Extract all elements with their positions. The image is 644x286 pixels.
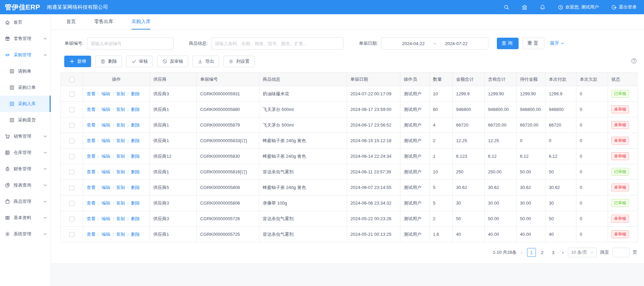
delete-button[interactable]: 删除 [95, 56, 122, 67]
edit-link[interactable]: 编辑 [101, 122, 110, 128]
sidebar-item-finance-mgmt[interactable]: 财务管理 [0, 161, 51, 177]
tab-retail-outbound[interactable]: 零售出库 [94, 14, 113, 30]
sidebar-item-warehouse-mgmt[interactable]: 仓库管理 [0, 145, 51, 161]
edit-link[interactable]: 编辑 [101, 154, 110, 159]
add-button[interactable]: 新增 [64, 56, 91, 67]
welcome-user[interactable]: 欢迎您, 测试用户 [558, 4, 599, 10]
page-number-1[interactable]: 1 [527, 248, 536, 257]
sidebar-item-product-mgmt[interactable]: 商品管理 [0, 193, 51, 210]
sidebar-item-purchase-order[interactable]: 采购订单 [0, 79, 51, 96]
copy-link[interactable]: 复制 [116, 91, 125, 96]
page-size-select[interactable]: 10 条/页 [568, 248, 597, 257]
date-to-value[interactable]: 2024-07-22 [445, 41, 468, 46]
view-link[interactable]: 查看 [87, 201, 95, 206]
copy-link[interactable]: 复制 [116, 169, 125, 174]
row-checkbox[interactable] [69, 201, 74, 206]
row-checkbox[interactable] [69, 138, 74, 144]
help-icon[interactable] [631, 58, 637, 65]
copy-link[interactable]: 复制 [116, 122, 125, 128]
cell-amount: 30.62 [453, 180, 485, 195]
bell-icon[interactable] [540, 4, 545, 10]
delete-link[interactable]: 删除 [131, 169, 140, 174]
copy-link[interactable]: 复制 [116, 201, 125, 206]
edit-link[interactable]: 编辑 [101, 91, 110, 96]
row-checkbox[interactable] [69, 154, 74, 159]
export-button[interactable]: 导出 [192, 56, 219, 67]
chevron-down-icon [43, 232, 47, 236]
view-link[interactable]: 查看 [87, 169, 95, 174]
delete-link[interactable]: 删除 [131, 216, 140, 221]
edit-link[interactable]: 编辑 [101, 232, 110, 237]
copy-link[interactable]: 复制 [116, 185, 125, 190]
delete-link[interactable]: 删除 [131, 122, 140, 128]
view-link[interactable]: 查看 [87, 107, 95, 112]
edit-link[interactable]: 编辑 [101, 107, 110, 112]
delete-link[interactable]: 删除 [131, 232, 140, 237]
view-link[interactable]: 查看 [87, 232, 95, 237]
copy-link[interactable]: 复制 [116, 107, 125, 112]
sidebar-item-retail-mgmt[interactable]: 零售管理 [0, 31, 51, 47]
next-page-arrow[interactable]: › [561, 250, 565, 255]
row-checkbox[interactable] [69, 185, 74, 190]
edit-link[interactable]: 编辑 [101, 169, 110, 174]
expand-link[interactable]: 展开 [550, 40, 564, 46]
sidebar-item-report-query[interactable]: 报表查询 [0, 177, 51, 193]
row-checkbox[interactable] [69, 123, 74, 128]
delete-link[interactable]: 删除 [131, 107, 140, 112]
jump-page-input[interactable] [612, 248, 629, 257]
logout-button[interactable]: 退出登录 [611, 4, 637, 10]
sidebar-item-purchase-return[interactable]: 采购退货 [0, 112, 51, 128]
tab-home[interactable]: 首页 [66, 14, 76, 30]
audit-button[interactable]: 审核 [126, 56, 153, 67]
page-number-3[interactable]: 3 [549, 248, 558, 257]
unaudit-button[interactable]: 反审核 [157, 56, 188, 67]
row-checkbox[interactable] [69, 232, 74, 237]
view-link[interactable]: 查看 [87, 91, 95, 96]
copy-link[interactable]: 复制 [116, 216, 125, 221]
edit-link[interactable]: 编辑 [101, 216, 110, 221]
edit-link[interactable]: 编辑 [101, 201, 110, 206]
product-info-input[interactable] [211, 37, 344, 50]
view-link[interactable]: 查看 [87, 185, 95, 190]
row-checkbox[interactable] [69, 170, 74, 175]
edit-link[interactable]: 编辑 [101, 185, 110, 190]
row-checkbox[interactable] [69, 92, 74, 97]
bank-icon[interactable] [522, 4, 527, 10]
prev-page-arrow[interactable]: ‹ [520, 250, 524, 255]
delete-link[interactable]: 删除 [131, 185, 140, 190]
delete-link[interactable]: 删除 [131, 201, 140, 206]
row-actions: 查看|编辑|复制|删除 [83, 180, 150, 195]
order-no-input[interactable] [87, 37, 174, 50]
view-link[interactable]: 查看 [87, 216, 95, 221]
tab-purchase-inbound[interactable]: 采购入库 [132, 14, 151, 30]
delete-link[interactable]: 删除 [131, 91, 140, 96]
sidebar-item-system-mgmt[interactable]: 系统管理 [0, 226, 51, 242]
sidebar-item-purchase-inbound[interactable]: 采购入库 [0, 96, 51, 112]
sidebar-item-purchase-request[interactable]: 请购单 [0, 63, 51, 79]
sidebar-item-basic-data[interactable]: 基本资料 [0, 210, 51, 226]
edit-link[interactable]: 编辑 [101, 138, 110, 143]
sidebar-item-sales-mgmt[interactable]: 销售管理 [0, 128, 51, 145]
cell-product: 录像带 100g [259, 195, 347, 211]
row-checkbox[interactable] [69, 107, 74, 112]
view-link[interactable]: 查看 [87, 138, 95, 143]
row-checkbox[interactable] [69, 216, 74, 222]
date-from-value[interactable]: 2024-04-22 [402, 41, 425, 46]
column-settings-button[interactable]: 列设置 [223, 56, 255, 67]
select-all-checkbox[interactable] [69, 77, 74, 82]
delete-link[interactable]: 删除 [131, 154, 140, 159]
search-button[interactable]: 查询 [497, 38, 519, 49]
search-icon[interactable] [504, 4, 509, 10]
copy-link[interactable]: 复制 [116, 232, 125, 237]
view-link[interactable]: 查看 [87, 154, 95, 159]
view-link[interactable]: 查看 [87, 122, 95, 128]
delete-link[interactable]: 删除 [131, 138, 140, 143]
reset-button[interactable]: 重置 [523, 38, 544, 49]
copy-link[interactable]: 复制 [116, 154, 125, 159]
copy-link[interactable]: 复制 [116, 138, 125, 143]
cell-amount: 40 [453, 227, 485, 242]
date-range-picker[interactable]: 2024-04-22 ~ 2024-07-22 [381, 37, 488, 50]
sidebar-item-home[interactable]: 首页 [0, 14, 51, 31]
page-number-2[interactable]: 2 [538, 248, 547, 257]
sidebar-item-purchase-mgmt[interactable]: 采购管理 [0, 47, 51, 63]
